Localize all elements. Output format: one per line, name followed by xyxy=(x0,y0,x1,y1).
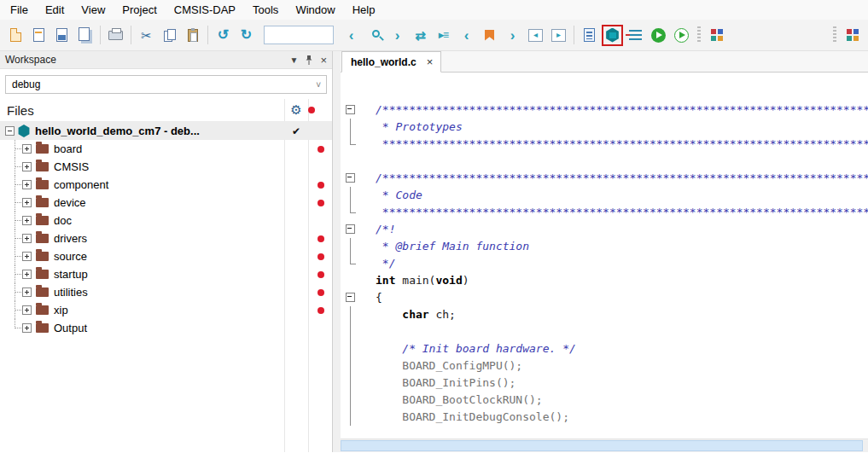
tab-close-icon[interactable]: × xyxy=(427,55,434,68)
nav-forward-button[interactable]: › xyxy=(387,25,408,46)
menu-tools[interactable]: Tools xyxy=(244,1,287,19)
fold-marker xyxy=(341,238,370,255)
tree-row-cmsis[interactable]: CMSIS xyxy=(0,158,332,176)
build-status-dot xyxy=(317,253,324,260)
tree-row-drivers[interactable]: drivers xyxy=(0,229,332,247)
cut-button[interactable]: ✂ xyxy=(136,25,157,46)
save-button[interactable] xyxy=(51,25,73,46)
expand-icon[interactable] xyxy=(22,198,32,207)
quick-search-combobox[interactable] xyxy=(264,26,334,44)
menu-window[interactable]: Window xyxy=(287,1,343,19)
menu-bar: FileEditViewProjectCMSIS-DAPToolsWindowH… xyxy=(0,0,868,20)
tree-row-device[interactable]: device xyxy=(0,194,332,212)
toggle-bookmark-button[interactable] xyxy=(479,25,500,46)
expand-icon[interactable] xyxy=(22,305,32,315)
fold-marker[interactable] xyxy=(341,102,370,119)
expand-icon[interactable] xyxy=(22,180,32,189)
tree-row-component[interactable]: component xyxy=(0,176,332,194)
menu-file[interactable]: File xyxy=(2,1,37,19)
build-status-dot xyxy=(317,235,324,242)
menu-project[interactable]: Project xyxy=(114,1,165,19)
code-text: /***************************************… xyxy=(376,102,868,119)
paste-button[interactable] xyxy=(182,25,203,46)
expand-icon[interactable] xyxy=(22,144,32,154)
register-view-button[interactable] xyxy=(706,25,727,46)
expand-icon[interactable] xyxy=(22,323,32,333)
copy-button[interactable] xyxy=(159,25,180,46)
prev-bookmark-button[interactable]: ‹ xyxy=(456,25,477,46)
tree-row-source[interactable]: source xyxy=(0,247,332,265)
tree-label: hello_world_demo_cm7 - deb... xyxy=(35,125,200,137)
undo-button[interactable]: ↺ xyxy=(213,25,234,46)
stop-debug-button[interactable] xyxy=(625,25,646,46)
fold-marker[interactable] xyxy=(341,221,370,238)
expand-icon[interactable] xyxy=(22,252,32,261)
horizontal-scrollbar[interactable] xyxy=(341,438,868,452)
build-status-dot xyxy=(317,271,324,278)
panel-splitter[interactable] xyxy=(333,51,341,452)
gear-icon[interactable]: ⚙ xyxy=(290,102,301,118)
toolbar-grip[interactable] xyxy=(697,26,701,44)
configuration-dropdown[interactable]: debug ˅ xyxy=(5,75,327,94)
fold-marker[interactable] xyxy=(341,289,370,306)
new-document-button[interactable] xyxy=(5,25,26,46)
toolbar-grip[interactable] xyxy=(833,26,836,44)
editor-panel: hello_world.c × /***********************… xyxy=(341,51,868,452)
open-document-button[interactable] xyxy=(28,25,50,46)
print-button[interactable] xyxy=(105,25,126,46)
tree-row-board[interactable]: board xyxy=(0,140,332,158)
workspace-panel: Workspace ▼ × debug ˅ Files ⚙ xyxy=(0,51,333,452)
debug-without-downloading-button[interactable] xyxy=(671,25,692,46)
tab-hello-world-c[interactable]: hello_world.c × xyxy=(341,51,441,73)
editor-tab-bar: hello_world.c × xyxy=(341,51,868,73)
expand-icon[interactable] xyxy=(22,270,32,279)
fold-marker[interactable] xyxy=(341,170,370,187)
menu-edit[interactable]: Edit xyxy=(37,1,73,19)
menu-view[interactable]: View xyxy=(73,1,114,19)
expand-icon[interactable] xyxy=(22,234,32,243)
tree-label: xip xyxy=(54,304,68,317)
files-header-row: Files ⚙ xyxy=(0,99,332,122)
fold-marker xyxy=(341,409,370,426)
angle-icon: › xyxy=(510,28,516,43)
redo-button[interactable]: ↻ xyxy=(236,25,257,46)
build-status-dot xyxy=(317,200,324,206)
panel-menu-arrow-icon[interactable]: ▼ xyxy=(290,55,299,65)
go-button[interactable] xyxy=(648,25,669,46)
make-button[interactable] xyxy=(579,25,600,46)
tree-row-utilities[interactable]: utilities xyxy=(0,283,332,301)
scrollbar-thumb[interactable] xyxy=(341,440,863,451)
code-area[interactable]: /***************************************… xyxy=(341,73,868,438)
close-icon[interactable]: × xyxy=(320,54,327,67)
collapse-icon[interactable] xyxy=(5,126,15,136)
code-text: * Prototypes xyxy=(376,119,463,136)
peripheral-view-button[interactable] xyxy=(842,25,863,46)
tree-row-startup[interactable]: startup xyxy=(0,265,332,283)
save-all-button[interactable] xyxy=(74,25,96,46)
search-button[interactable] xyxy=(364,25,385,46)
tree-row-xip[interactable]: xip xyxy=(0,301,332,319)
navbox-icon: ▸ xyxy=(551,29,566,42)
next-bookmark-button[interactable]: › xyxy=(502,25,523,46)
download-and-debug-button[interactable] xyxy=(602,25,623,46)
tree-row-output[interactable]: Output xyxy=(0,319,332,337)
goto-line-button[interactable]: ▸≡ xyxy=(433,25,454,46)
swap-button[interactable]: ⇄ xyxy=(410,25,431,46)
code-line xyxy=(341,153,868,170)
toolbar-separator xyxy=(131,26,131,44)
menu-help[interactable]: Help xyxy=(344,1,384,19)
build-status-header-dot xyxy=(308,107,315,113)
tree-connector xyxy=(9,140,22,158)
tree-row-hello-world-demo-cm7-deb[interactable]: hello_world_demo_cm7 - deb...✔ xyxy=(0,122,332,140)
tree-row-doc[interactable]: doc xyxy=(0,212,332,229)
doc-open-icon xyxy=(33,28,44,42)
next-window-button[interactable]: ▸ xyxy=(548,25,569,46)
prev-window-button[interactable]: ◂ xyxy=(525,25,546,46)
expand-icon[interactable] xyxy=(22,162,32,171)
menu-cmsis-dap[interactable]: CMSIS-DAP xyxy=(166,1,244,19)
expand-icon[interactable] xyxy=(22,216,32,225)
pin-icon[interactable] xyxy=(305,55,313,66)
code-line: * @brief Main function xyxy=(341,238,868,255)
nav-back-button[interactable]: ‹ xyxy=(341,25,362,46)
expand-icon[interactable] xyxy=(22,287,32,297)
